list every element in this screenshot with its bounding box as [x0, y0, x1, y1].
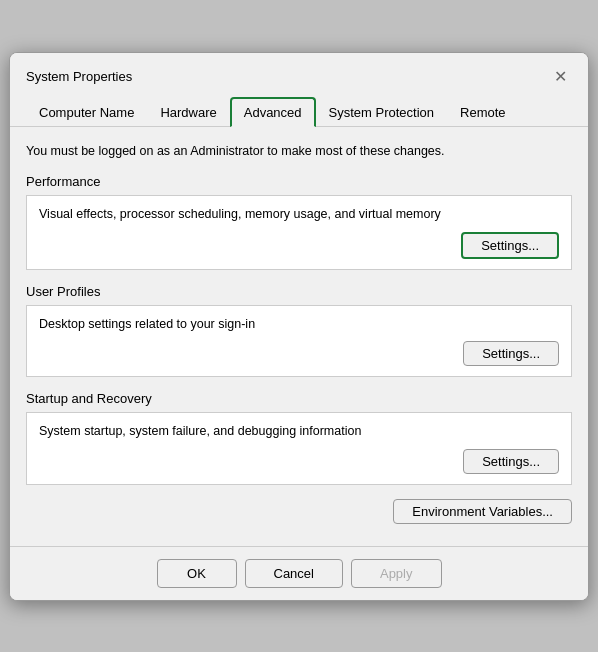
env-vars-row: Environment Variables...: [26, 499, 572, 524]
startup-recovery-title: Startup and Recovery: [26, 391, 572, 406]
startup-recovery-section: Startup and Recovery System startup, sys…: [26, 391, 572, 485]
system-properties-dialog: System Properties ✕ Computer Name Hardwa…: [9, 52, 589, 601]
dialog-footer: OK Cancel Apply: [10, 546, 588, 600]
tab-remote[interactable]: Remote: [447, 97, 519, 127]
tab-hardware[interactable]: Hardware: [147, 97, 229, 127]
startup-recovery-description: System startup, system failure, and debu…: [39, 423, 559, 441]
title-bar: System Properties ✕: [10, 53, 588, 89]
apply-button[interactable]: Apply: [351, 559, 442, 588]
performance-section: Performance Visual effects, processor sc…: [26, 174, 572, 270]
performance-title: Performance: [26, 174, 572, 189]
info-text: You must be logged on as an Administrato…: [26, 143, 572, 161]
close-button[interactable]: ✕: [548, 65, 572, 89]
user-profiles-settings-button[interactable]: Settings...: [463, 341, 559, 366]
tab-bar: Computer Name Hardware Advanced System P…: [10, 89, 588, 127]
user-profiles-section: User Profiles Desktop settings related t…: [26, 284, 572, 378]
ok-button[interactable]: OK: [157, 559, 237, 588]
user-profiles-description: Desktop settings related to your sign-in: [39, 316, 559, 334]
startup-recovery-btn-row: Settings...: [39, 449, 559, 474]
performance-box: Visual effects, processor scheduling, me…: [26, 195, 572, 270]
dialog-title: System Properties: [26, 69, 132, 84]
performance-btn-row: Settings...: [39, 232, 559, 259]
performance-settings-button[interactable]: Settings...: [461, 232, 559, 259]
performance-description: Visual effects, processor scheduling, me…: [39, 206, 559, 224]
tab-system-protection[interactable]: System Protection: [316, 97, 448, 127]
tab-content: You must be logged on as an Administrato…: [10, 127, 588, 546]
user-profiles-btn-row: Settings...: [39, 341, 559, 366]
environment-variables-button[interactable]: Environment Variables...: [393, 499, 572, 524]
cancel-button[interactable]: Cancel: [245, 559, 343, 588]
tab-advanced[interactable]: Advanced: [230, 97, 316, 127]
user-profiles-title: User Profiles: [26, 284, 572, 299]
user-profiles-box: Desktop settings related to your sign-in…: [26, 305, 572, 378]
startup-recovery-settings-button[interactable]: Settings...: [463, 449, 559, 474]
startup-recovery-box: System startup, system failure, and debu…: [26, 412, 572, 485]
tab-computer-name[interactable]: Computer Name: [26, 97, 147, 127]
